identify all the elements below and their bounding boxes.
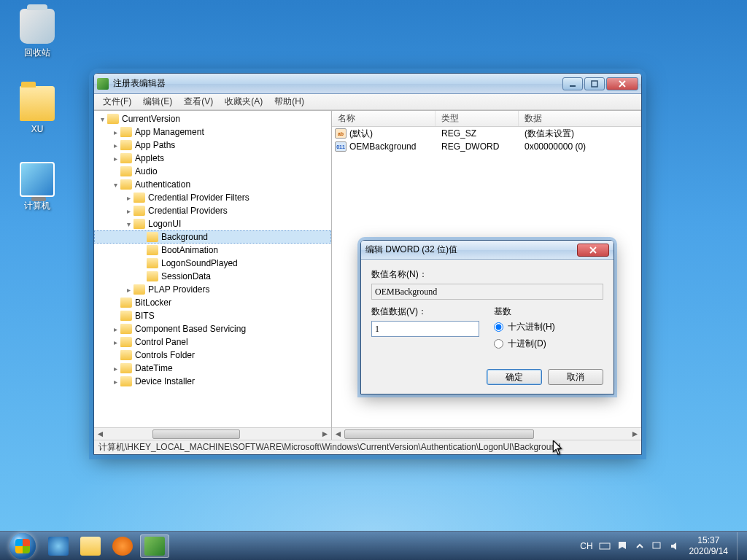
minimize-button[interactable] [562,77,583,90]
keyboard-icon[interactable] [599,540,611,552]
close-button[interactable] [606,77,638,90]
col-data[interactable]: 数据 [519,111,641,126]
tree-expander-icon[interactable]: ▸ [110,337,120,347]
folder-icon [147,258,158,268]
tree-node-label: Background [161,232,208,242]
statusbar-path: 计算机\HKEY_LOCAL_MACHINE\SOFTWARE\Microsof… [98,441,561,454]
tree-expander-icon[interactable]: ▸ [110,127,120,137]
tree-expander-icon[interactable]: ▸ [110,376,120,386]
tree-expander-icon[interactable]: ▾ [97,114,107,124]
menu-favorites[interactable]: 收藏夹(A) [219,94,268,109]
tree-node[interactable]: ▸Applets [94,152,331,165]
radio-dec-row[interactable]: 十进制(D) [494,338,555,350]
tree-node[interactable]: ▸Control Panel [94,335,331,349]
tree-node[interactable]: Audio [94,165,331,178]
tree-node[interactable]: ▾CurrentVersion [94,112,331,125]
action-center-icon[interactable] [616,540,628,552]
radio-hex[interactable] [494,322,503,332]
folder-icon [120,350,132,360]
tree-expander-icon[interactable]: ▸ [123,284,133,295]
tree-node[interactable]: ▸Component Based Servicing [94,322,331,335]
computer-icon [20,162,55,197]
tree-node-label: App Management [135,127,204,137]
menu-file[interactable]: 文件(F) [97,94,137,109]
tree-expander-icon[interactable]: ▸ [110,324,120,334]
list-hscrollbar[interactable]: ◄ ► [332,427,641,440]
tree-node[interactable]: ▸Credential Provider Filters [94,191,331,204]
tree-expander-icon[interactable]: ▾ [123,219,133,229]
window-title: 注册表编辑器 [113,77,562,90]
tree-expander-icon[interactable]: ▾ [110,179,120,190]
regedit-app-icon [97,78,109,90]
tree-node[interactable]: ▾LogonUI [94,217,331,230]
taskbar-media-player[interactable] [108,534,137,558]
desktop-icon-folder-xu[interactable]: XU [10,86,64,134]
taskbar[interactable]: CH 15:37 2020/9/14 [0,531,747,560]
statusbar: 计算机\HKEY_LOCAL_MACHINE\SOFTWARE\Microsof… [94,440,641,454]
volume-icon[interactable] [669,540,681,552]
tree-node[interactable]: ▸DateTime [94,362,331,375]
desktop-icon-computer[interactable]: 计算机 [10,162,64,212]
folder-icon [120,140,132,150]
tree-expander-icon[interactable]: ▸ [110,363,120,373]
tree-node[interactable]: ▸App Management [94,125,331,139]
tree-node[interactable]: ▾Authentication [94,178,331,191]
tree-expander-icon [110,298,120,308]
system-tray[interactable]: CH 15:37 2020/9/14 [574,535,737,556]
value-name-field [371,284,603,300]
menu-edit[interactable]: 编辑(E) [137,94,178,109]
maximize-button[interactable] [584,77,605,90]
start-button[interactable] [3,532,42,560]
value-data-input[interactable] [371,321,479,337]
dialog-titlebar[interactable]: 编辑 DWORD (32 位)值 [361,241,614,260]
tree-pane[interactable]: ▾CurrentVersion▸App Management▸App Paths… [94,111,332,440]
taskbar-clock[interactable]: 15:37 2020/9/14 [686,535,731,556]
tree-node-label: SessionData [161,271,211,281]
ok-button[interactable]: 确定 [487,369,542,385]
list-row[interactable]: ab(默认)REG_SZ(数值未设置) [332,127,641,140]
tree-node-label: LogonSoundPlayed [161,258,238,268]
tree-node[interactable]: Controls Folder [94,349,331,362]
radio-hex-row[interactable]: 十六进制(H) [494,321,555,333]
tree-expander-icon[interactable]: ▸ [123,192,133,203]
tree-node-label: Authentication [135,179,190,190]
tree-expander-icon[interactable]: ▸ [110,153,120,163]
cancel-button[interactable]: 取消 [548,369,603,385]
taskbar-regedit[interactable] [140,534,169,558]
lang-indicator[interactable]: CH [580,541,592,551]
tree-node[interactable]: BITS [94,309,331,322]
tree-hscrollbar[interactable]: ◄ ► [94,427,331,440]
folder-icon [120,363,132,373]
show-desktop-button[interactable] [737,532,744,560]
taskbar-ie[interactable] [44,534,73,558]
tree-node[interactable]: BitLocker [94,296,331,309]
col-type[interactable]: 类型 [436,111,519,126]
chevron-up-icon[interactable] [634,540,646,552]
folder-icon [133,219,145,229]
tree-node[interactable]: ▸App Paths [94,139,331,152]
menu-view[interactable]: 查看(V) [178,94,219,109]
menu-help[interactable]: 帮助(H) [268,94,310,109]
desktop-icon-recycle-bin[interactable]: 回收站 [10,9,64,59]
tree-node[interactable]: BootAnimation [94,244,331,257]
tree-node[interactable]: ▸Credential Providers [94,204,331,217]
tree-node[interactable]: ▸Device Installer [94,375,331,388]
list-row[interactable]: 011OEMBackgroundREG_DWORD0x00000000 (0) [332,140,641,153]
taskbar-explorer[interactable] [76,534,105,558]
network-icon[interactable] [651,540,663,552]
titlebar[interactable]: 注册表编辑器 [94,74,641,94]
tree-node[interactable]: LogonSoundPlayed [94,257,331,270]
tree-expander-icon[interactable]: ▸ [110,140,120,150]
folder-icon [133,284,145,295]
dialog-title: 编辑 DWORD (32 位)值 [365,244,577,256]
value-type-icon: 011 [335,141,347,152]
col-name[interactable]: 名称 [332,111,436,126]
radio-dec[interactable] [494,339,503,349]
tree-node[interactable]: ▸PLAP Providers [94,283,331,296]
folder-icon [120,324,132,334]
dialog-close-button[interactable] [577,244,609,257]
tree-node[interactable]: Background [94,230,331,244]
folder-icon [133,206,145,216]
tree-expander-icon[interactable]: ▸ [123,206,133,216]
tree-node[interactable]: SessionData [94,270,331,283]
